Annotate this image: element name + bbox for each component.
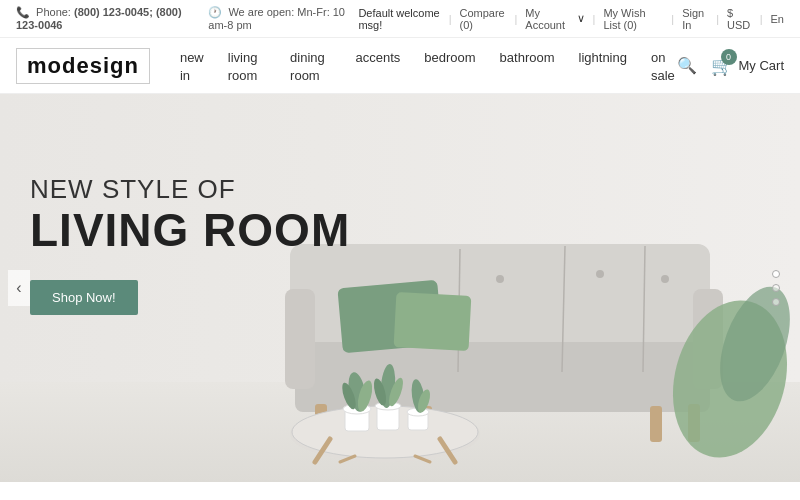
- cart-button[interactable]: 🛒 0 My Cart: [711, 55, 785, 77]
- currency-selector[interactable]: $ USD: [727, 7, 752, 31]
- logo[interactable]: modesign: [16, 48, 150, 84]
- nav-links: new in living room dining room accents b…: [180, 48, 677, 84]
- nav-item-dining-room[interactable]: dining room: [290, 48, 331, 84]
- nav-item-lightning[interactable]: lightning: [579, 48, 627, 84]
- cart-label: My Cart: [739, 58, 785, 73]
- shop-now-button[interactable]: Shop Now!: [30, 280, 138, 315]
- prev-arrow-icon: ‹: [16, 279, 21, 297]
- wishlist-link[interactable]: My Wish List (0): [603, 7, 663, 31]
- search-icon: 🔍: [677, 57, 697, 74]
- nav-item-bedroom[interactable]: bedroom: [424, 48, 475, 84]
- hero-text: NEW STYLE OF LIVING ROOM Shop Now!: [30, 174, 350, 315]
- main-nav: modesign new in living room dining room …: [0, 38, 800, 94]
- top-bar-left: 📞 Phone: (800) 123-0045; (800) 123-0046 …: [16, 6, 358, 31]
- phone-label: Phone:: [36, 6, 71, 18]
- welcome-msg: Default welcome msg!: [358, 7, 440, 31]
- account-link[interactable]: My Account: [525, 7, 568, 31]
- phone-icon: 📞: [16, 6, 30, 18]
- top-bar: 📞 Phone: (800) 123-0045; (800) 123-0046 …: [0, 0, 800, 38]
- phone-info: 📞 Phone: (800) 123-0045; (800) 123-0046: [16, 6, 192, 31]
- nav-item-on-sale[interactable]: on sale: [651, 48, 677, 84]
- top-bar-right: Default welcome msg! | Compare (0) | My …: [358, 7, 784, 31]
- search-button[interactable]: 🔍: [677, 56, 697, 75]
- floor: [0, 382, 800, 482]
- cart-badge: 0: [721, 49, 737, 65]
- logo-rest: odesign: [48, 53, 139, 79]
- dot-2[interactable]: [772, 284, 780, 292]
- hours-label: We are open: Mn-Fr: 10 am-8 pm: [208, 6, 345, 31]
- nav-item-new-in[interactable]: new in: [180, 48, 204, 84]
- lang-selector[interactable]: En: [771, 13, 784, 25]
- hero-dots: [772, 270, 780, 306]
- nav-right: 🔍 🛒 0 My Cart: [677, 55, 785, 77]
- hero-title: LIVING ROOM: [30, 205, 350, 256]
- hero-subtitle: NEW STYLE OF: [30, 174, 350, 205]
- logo-m: m: [27, 53, 48, 79]
- nav-item-accents[interactable]: accents: [355, 48, 400, 84]
- nav-item-bathroom[interactable]: bathroom: [500, 48, 555, 84]
- signin-link[interactable]: Sign In: [682, 7, 708, 31]
- clock-icon: 🕐: [208, 6, 222, 18]
- nav-item-living-room[interactable]: living room: [228, 48, 266, 84]
- dot-3[interactable]: [772, 298, 780, 306]
- hero-prev-button[interactable]: ‹: [8, 270, 30, 306]
- compare-link[interactable]: Compare (0): [460, 7, 507, 31]
- hours-info: 🕐 We are open: Mn-Fr: 10 am-8 pm: [208, 6, 358, 31]
- dot-1[interactable]: [772, 270, 780, 278]
- hero-section: NEW STYLE OF LIVING ROOM Shop Now! ‹: [0, 94, 800, 482]
